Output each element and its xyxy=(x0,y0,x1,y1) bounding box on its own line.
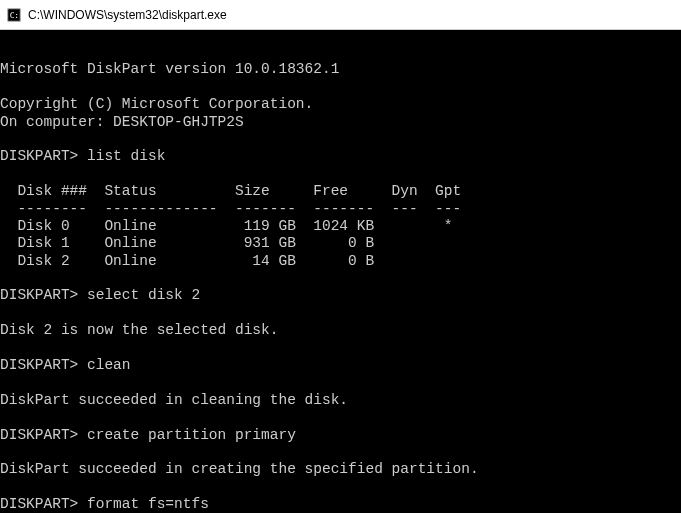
table-header: Disk ### Status Size Free Dyn Gpt xyxy=(0,183,461,199)
version-line: Microsoft DiskPart version 10.0.18362.1 xyxy=(0,61,339,77)
computer-line: On computer: DESKTOP-GHJTP2S xyxy=(0,114,244,130)
cmd-icon: C: xyxy=(6,7,22,23)
table-row: Disk 1 Online 931 GB 0 B xyxy=(0,235,374,251)
copyright-line: Copyright (C) Microsoft Corporation. xyxy=(0,96,313,112)
prompt-list-disk: DISKPART> list disk xyxy=(0,148,165,164)
table-row: Disk 2 Online 14 GB 0 B xyxy=(0,253,374,269)
svg-text:C:: C: xyxy=(10,10,19,19)
window-title: C:\WINDOWS\system32\diskpart.exe xyxy=(28,8,227,22)
prompt-select-disk: DISKPART> select disk 2 xyxy=(0,287,200,303)
table-divider: -------- ------------- ------- ------- -… xyxy=(0,201,461,217)
window-titlebar[interactable]: C: C:\WINDOWS\system32\diskpart.exe xyxy=(0,0,681,30)
result-clean: DiskPart succeeded in cleaning the disk. xyxy=(0,392,348,408)
prompt-create-partition: DISKPART> create partition primary xyxy=(0,427,296,443)
table-row: Disk 0 Online 119 GB 1024 KB * xyxy=(0,218,452,234)
terminal-output[interactable]: Microsoft DiskPart version 10.0.18362.1 … xyxy=(0,30,681,513)
prompt-format: DISKPART> format fs=ntfs xyxy=(0,496,209,512)
result-create-partition: DiskPart succeeded in creating the speci… xyxy=(0,461,479,477)
result-select-disk: Disk 2 is now the selected disk. xyxy=(0,322,278,338)
prompt-clean: DISKPART> clean xyxy=(0,357,131,373)
